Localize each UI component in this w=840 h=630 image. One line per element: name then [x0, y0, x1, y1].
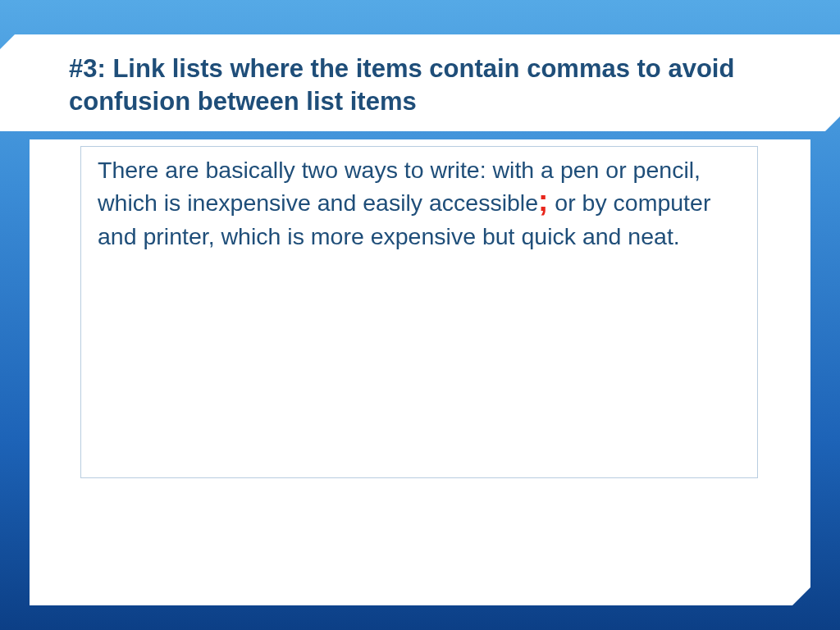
title-bar: #3: Link lists where the items contain c… — [0, 34, 840, 131]
slide-title: #3: Link lists where the items contain c… — [69, 52, 783, 117]
body-text-box: There are basically two ways to write: w… — [80, 146, 758, 478]
slide-background: #3: Link lists where the items contain c… — [0, 0, 840, 630]
body-paragraph: There are basically two ways to write: w… — [98, 153, 739, 253]
content-card: There are basically two ways to write: w… — [30, 139, 810, 605]
highlighted-semicolon: ; — [538, 184, 548, 217]
